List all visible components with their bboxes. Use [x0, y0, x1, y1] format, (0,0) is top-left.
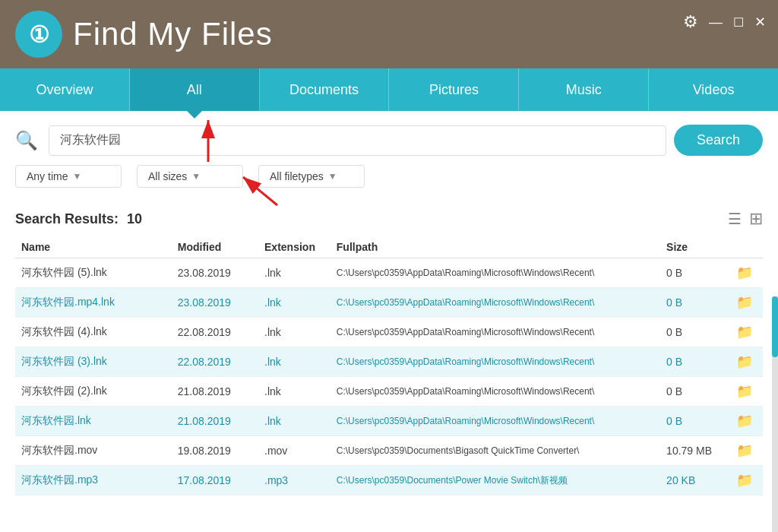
cell-ext: .lnk — [258, 407, 330, 436]
col-modified-header: Modified — [172, 236, 258, 258]
list-view-icon[interactable]: ☰ — [728, 210, 742, 228]
cell-name: 河东软件园.mp3 — [15, 466, 172, 496]
cell-folder-icon: 📁 — [730, 318, 763, 347]
time-filter-arrow: ▼ — [72, 171, 81, 182]
search-input[interactable] — [49, 125, 666, 156]
table-header-row: Name Modified Extension Fullpath Size — [15, 236, 763, 258]
cell-ext: .mov — [258, 436, 330, 466]
col-fullpath-header: Fullpath — [330, 236, 660, 258]
tab-documents[interactable]: Documents — [260, 68, 390, 111]
cell-ext: .mp3 — [258, 466, 330, 496]
table-row[interactable]: 河东软件园 (5).lnk 23.08.2019 .lnk C:\Users\p… — [15, 258, 763, 288]
cell-fullpath: C:\Users\pc0359\Documents\Bigasoft Quick… — [330, 436, 660, 466]
cell-name: 河东软件园.lnk — [15, 407, 172, 436]
search-area: 🔍 Search Any time ▼ — [0, 111, 778, 197]
cell-folder-icon: 📁 — [730, 436, 763, 466]
cell-modified: 17.08.2019 — [172, 466, 258, 496]
results-area: Search Results: 10 ☰ ⊞ Name Modified Ext… — [0, 198, 778, 496]
results-header: Search Results: 10 ☰ ⊞ — [15, 198, 763, 236]
cell-ext: .lnk — [258, 318, 330, 347]
cell-folder-icon: 📁 — [730, 347, 763, 377]
cell-modified: 23.08.2019 — [172, 258, 258, 288]
cell-modified: 21.08.2019 — [172, 377, 258, 407]
cell-name: 河东软件园 (4).lnk — [15, 318, 172, 347]
tab-videos[interactable]: Videos — [649, 68, 778, 111]
cell-size: 0 B — [660, 258, 729, 288]
tab-overview[interactable]: Overview — [0, 68, 130, 111]
time-filter[interactable]: Any time ▼ — [15, 165, 122, 188]
tab-pictures[interactable]: Pictures — [389, 68, 519, 111]
view-controls: ☰ ⊞ — [728, 209, 763, 229]
cell-ext: .lnk — [258, 288, 330, 318]
cell-folder-icon: 📁 — [730, 407, 763, 436]
search-icon: 🔍 — [15, 130, 38, 151]
cell-modified: 19.08.2019 — [172, 436, 258, 466]
scrollbar-track[interactable] — [772, 296, 778, 532]
title-bar: ① Find My Files ⚙ — ☐ ✕ — [0, 0, 778, 68]
settings-icon[interactable]: ⚙ — [683, 12, 698, 32]
table-row[interactable]: 河东软件园.lnk 21.08.2019 .lnk C:\Users\pc035… — [15, 407, 763, 436]
cell-folder-icon: 📁 — [730, 288, 763, 318]
search-button[interactable]: Search — [674, 125, 763, 156]
cell-fullpath: C:\Users\pc0359\AppData\Roaming\Microsof… — [330, 407, 660, 436]
grid-view-icon[interactable]: ⊞ — [749, 209, 763, 229]
cell-folder-icon: 📁 — [730, 377, 763, 407]
cell-fullpath: C:\Users\pc0359\Documents\Power Movie Sw… — [330, 466, 660, 496]
results-count: Search Results: 10 — [15, 211, 142, 227]
cell-size: 0 B — [660, 407, 729, 436]
window-controls: ⚙ — ☐ ✕ — [683, 12, 766, 32]
cell-fullpath: C:\Users\pc0359\AppData\Roaming\Microsof… — [330, 258, 660, 288]
table-row[interactable]: 河东软件园 (3).lnk 22.08.2019 .lnk C:\Users\p… — [15, 347, 763, 377]
cell-size: 0 B — [660, 347, 729, 377]
cell-fullpath: C:\Users\pc0359\AppData\Roaming\Microsof… — [330, 377, 660, 407]
size-filter[interactable]: All sizes ▼ — [137, 165, 243, 188]
table-row[interactable]: 河东软件园 (4).lnk 22.08.2019 .lnk C:\Users\p… — [15, 318, 763, 347]
col-name-header: Name — [15, 236, 172, 258]
cell-size: 10.79 MB — [660, 436, 729, 466]
close-icon[interactable]: ✕ — [754, 14, 766, 30]
cell-size: 0 B — [660, 377, 729, 407]
cell-fullpath: C:\Users\pc0359\AppData\Roaming\Microsof… — [330, 288, 660, 318]
cell-name: 河东软件园 (5).lnk — [15, 258, 172, 288]
minimize-icon[interactable]: — — [709, 14, 723, 30]
cell-size: 0 B — [660, 318, 729, 347]
app-logo: ① — [15, 11, 62, 58]
app-title: Find My Files — [73, 16, 273, 52]
cell-folder-icon: 📁 — [730, 466, 763, 496]
file-table: Name Modified Extension Fullpath Size 河东… — [15, 236, 763, 496]
cell-ext: .lnk — [258, 377, 330, 407]
cell-fullpath: C:\Users\pc0359\AppData\Roaming\Microsof… — [330, 347, 660, 377]
cell-modified: 22.08.2019 — [172, 347, 258, 377]
cell-ext: .lnk — [258, 258, 330, 288]
cell-size: 0 B — [660, 288, 729, 318]
filetype-filter[interactable]: All filetypes ▼ — [258, 165, 365, 188]
cell-modified: 23.08.2019 — [172, 288, 258, 318]
tab-all[interactable]: All — [130, 68, 260, 111]
cell-fullpath: C:\Users\pc0359\AppData\Roaming\Microsof… — [330, 318, 660, 347]
cell-modified: 21.08.2019 — [172, 407, 258, 436]
cell-name: 河东软件园 (2).lnk — [15, 377, 172, 407]
col-size-header: Size — [660, 236, 729, 258]
cell-modified: 22.08.2019 — [172, 318, 258, 347]
cell-ext: .lnk — [258, 347, 330, 377]
cell-folder-icon: 📁 — [730, 258, 763, 288]
filter-row: Any time ▼ All sizes ▼ All filetypes ▼ — [15, 165, 763, 188]
col-ext-header: Extension — [258, 236, 330, 258]
scrollbar-thumb[interactable] — [772, 296, 778, 357]
size-filter-arrow: ▼ — [191, 171, 201, 182]
table-row[interactable]: 河东软件园.mp4.lnk 23.08.2019 .lnk C:\Users\p… — [15, 288, 763, 318]
cell-name: 河东软件园.mov — [15, 436, 172, 466]
cell-name: 河东软件园 (3).lnk — [15, 347, 172, 377]
table-row[interactable]: 河东软件园.mov 19.08.2019 .mov C:\Users\pc035… — [15, 436, 763, 466]
table-row[interactable]: 河东软件园.mp3 17.08.2019 .mp3 C:\Users\pc035… — [15, 466, 763, 496]
table-row[interactable]: 河东软件园 (2).lnk 21.08.2019 .lnk C:\Users\p… — [15, 377, 763, 407]
cell-size: 20 KB — [660, 466, 729, 496]
filetype-filter-arrow: ▼ — [328, 171, 337, 182]
maximize-icon[interactable]: ☐ — [733, 15, 744, 30]
cell-name: 河东软件园.mp4.lnk — [15, 288, 172, 318]
nav-tabs: Overview All Documents Pictures Music Vi… — [0, 68, 778, 111]
tab-music[interactable]: Music — [519, 68, 649, 111]
